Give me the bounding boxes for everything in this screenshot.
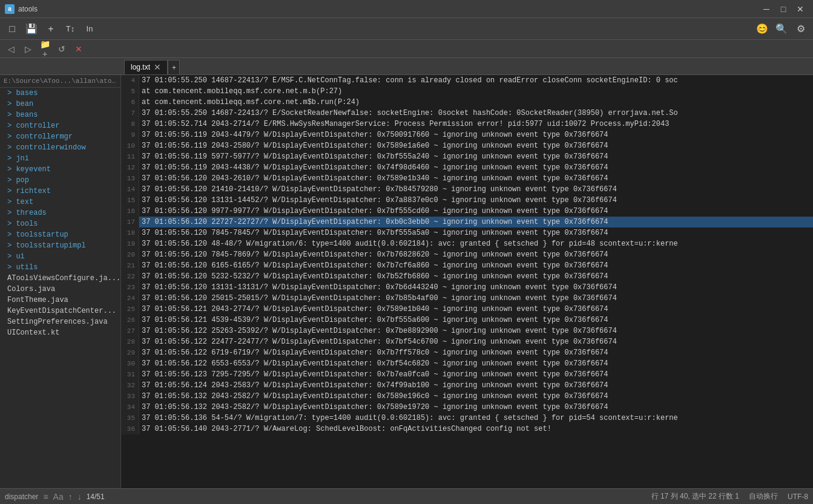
line-number-9: 9	[121, 129, 139, 140]
search-options-icon[interactable]: ≡	[43, 492, 48, 502]
line-text-15: 37 01:05:56.120 13131-14452/? W/DisplayE…	[139, 195, 619, 206]
new-file-button[interactable]: □	[4, 21, 21, 38]
line-text-8: 37 01:05:52.714 2043-2714/? E/RMS.HwSysR…	[139, 119, 671, 129]
collapse-button[interactable]: ◁	[4, 42, 18, 56]
log-line-14: 1437 01:05:56.120 21410-21410/? W/Displa…	[121, 184, 813, 195]
line-text-6: at com.tencent.mobileqq.msf.core.net.m$b…	[139, 97, 362, 108]
log-line-32: 3237 01:05:56.124 2043-2583/? W/DisplayE…	[121, 380, 813, 391]
line-number-29: 29	[121, 347, 139, 358]
line-text-27: 37 01:05:56.122 25263-25392/? W/DisplayE…	[139, 326, 619, 336]
log-line-13: 1337 01:05:56.120 2043-2610/? W/DisplayE…	[121, 173, 813, 184]
sidebar-item-12[interactable]: > tools	[0, 218, 120, 229]
line-text-10: 37 01:05:56.119 2043-2580/? W/DisplayEve…	[139, 140, 611, 151]
line-number-36: 36	[121, 424, 139, 434]
line-number-11: 11	[121, 151, 139, 162]
sidebar-item-7[interactable]: > keyevent	[0, 164, 120, 175]
expand-button[interactable]: ▷	[21, 42, 35, 56]
sidebar-item-13[interactable]: > toolsstartup	[0, 229, 120, 240]
log-line-6: 6at com.tencent.mobileqq.msf.core.net.m$…	[121, 97, 813, 108]
log-line-18: 1837 01:05:56.120 7845-7845/? W/DisplayE…	[121, 227, 813, 238]
log-line-17: 1737 01:05:56.120 22727-22727/? W/Displa…	[121, 217, 813, 227]
font-button[interactable]: T↕	[62, 21, 79, 38]
sidebar-item-1[interactable]: > bean	[0, 99, 120, 110]
sidebar-item-11[interactable]: > threads	[0, 208, 120, 218]
new-tab[interactable]: +	[168, 60, 180, 74]
line-number-14: 14	[121, 184, 139, 195]
main-layout: E:\Source\AToo...\allan\atools > bases> …	[0, 75, 813, 488]
sidebar-item-3[interactable]: > controller	[0, 120, 120, 131]
line-number-10: 10	[121, 140, 139, 151]
log-line-27: 2737 01:05:56.122 25263-25392/? W/Displa…	[121, 326, 813, 336]
line-number-27: 27	[121, 326, 139, 336]
log-line-11: 1137 01:05:56.119 5977-5977/? W/DisplayE…	[121, 151, 813, 162]
line-text-25: 37 01:05:56.121 2043-2774/? W/DisplayEve…	[139, 304, 611, 315]
search-status-term: dispatcher	[5, 493, 38, 501]
sidebar-item-4[interactable]: > controllermgr	[0, 131, 120, 142]
sidebar-file-22[interactable]: UIContext.kt	[0, 327, 120, 338]
line-text-17: 37 01:05:56.120 22727-22727/? W/DisplayE…	[139, 217, 611, 227]
minimize-button[interactable]: ─	[759, 3, 774, 15]
sidebar-item-6[interactable]: > jni	[0, 153, 120, 164]
sidebar-file-20[interactable]: KeyEventDispatchCenter...	[0, 306, 120, 316]
log-line-31: 3137 01:05:56.123 7295-7295/? W/DisplayE…	[121, 369, 813, 380]
line-number-21: 21	[121, 260, 139, 271]
line-number-24: 24	[121, 293, 139, 304]
sidebar: E:\Source\AToo...\allan\atools > bases> …	[0, 75, 121, 488]
prev-match-icon[interactable]: ↑	[68, 492, 73, 502]
window-controls: ─ □ ✕	[759, 3, 808, 15]
line-number-30: 30	[121, 358, 139, 369]
indent-button[interactable]: In	[81, 21, 98, 38]
line-text-9: 37 01:05:56.119 2043-4479/? W/DisplayEve…	[139, 129, 611, 140]
sidebar-item-9[interactable]: > richtext	[0, 186, 120, 197]
line-text-31: 37 01:05:56.123 7295-7295/? W/DisplayEve…	[139, 369, 611, 380]
sidebar-item-0[interactable]: > bases	[0, 88, 120, 99]
match-count: 14/51	[87, 493, 105, 501]
line-text-33: 37 01:05:56.132 2043-2582/? W/DisplayEve…	[139, 391, 611, 402]
next-match-icon[interactable]: ↓	[77, 492, 82, 502]
line-text-28: 37 01:05:56.122 22477-22477/? W/DisplayE…	[139, 336, 619, 347]
refresh-button[interactable]: ↺	[54, 42, 69, 56]
line-number-7: 7	[121, 108, 139, 119]
encoding: UTF-8	[788, 493, 808, 501]
line-text-30: 37 01:05:56.122 6553-6553/? W/DisplayEve…	[139, 358, 611, 369]
log-line-20: 2037 01:05:56.120 7845-7869/? W/DisplayE…	[121, 249, 813, 260]
search-toolbar-button[interactable]: 🔍	[773, 21, 790, 38]
line-text-13: 37 01:05:56.120 2043-2610/? W/DisplayEve…	[139, 173, 611, 184]
log-line-28: 2837 01:05:56.122 22477-22477/? W/Displa…	[121, 336, 813, 347]
title-bar-text: atools	[18, 5, 759, 13]
line-number-16: 16	[121, 206, 139, 217]
line-text-12: 37 01:05:56.119 2043-4438/? W/DisplayEve…	[139, 162, 611, 173]
sidebar-item-14[interactable]: > toolsstartupimpl	[0, 240, 120, 251]
add-button[interactable]: +	[42, 21, 59, 38]
status-bar: dispatcher ≡ Aa ↑ ↓ 14/51 行 17 列 40, 选中 …	[0, 488, 813, 504]
sidebar-item-5[interactable]: > controllerwindow	[0, 142, 120, 153]
close-button[interactable]: ✕	[792, 3, 808, 15]
sidebar-file-21[interactable]: SettingPreferences.java	[0, 316, 120, 327]
log-line-29: 2937 01:05:56.122 6719-6719/? W/DisplayE…	[121, 347, 813, 358]
line-number-6: 6	[121, 97, 139, 108]
case-sensitive-icon[interactable]: Aa	[53, 492, 64, 502]
sidebar-file-19[interactable]: FontTheme.java	[0, 295, 120, 306]
maximize-button[interactable]: □	[775, 3, 791, 15]
sidebar-file-17[interactable]: AToolsViewsConfigure.ja...	[0, 273, 120, 284]
emoji-button[interactable]: 😊	[754, 21, 771, 38]
line-number-13: 13	[121, 173, 139, 184]
sidebar-item-15[interactable]: > ui	[0, 251, 120, 262]
close-panel-button[interactable]: ✕	[71, 42, 86, 56]
sidebar-item-2[interactable]: > beans	[0, 110, 120, 120]
sidebar-file-18[interactable]: Colors.java	[0, 284, 120, 295]
sidebar-item-10[interactable]: > text	[0, 197, 120, 208]
log-line-7: 737 01:05:55.250 14687-22413/? E/SocketR…	[121, 108, 813, 119]
sidebar-item-16[interactable]: > utils	[0, 262, 120, 273]
new-folder-button[interactable]: 📁+	[38, 42, 52, 56]
log-tab[interactable]: log.txt ✕	[124, 60, 168, 74]
line-text-23: 37 01:05:56.120 13131-13131/? W/DisplayE…	[139, 282, 619, 293]
save-button[interactable]: 💾	[23, 21, 40, 38]
tab-close-button[interactable]: ✕	[154, 63, 161, 71]
log-area[interactable]: 437 01:05:55.250 14687-22413/? E/MSF.C.N…	[121, 75, 813, 488]
settings-button[interactable]: ⚙	[792, 21, 809, 38]
log-line-9: 937 01:05:56.119 2043-4479/? W/DisplayEv…	[121, 129, 813, 140]
log-line-34: 3437 01:05:56.132 2043-2582/? W/DisplayE…	[121, 402, 813, 413]
sidebar-item-8[interactable]: > pop	[0, 175, 120, 186]
log-content: 437 01:05:55.250 14687-22413/? E/MSF.C.N…	[121, 75, 813, 434]
